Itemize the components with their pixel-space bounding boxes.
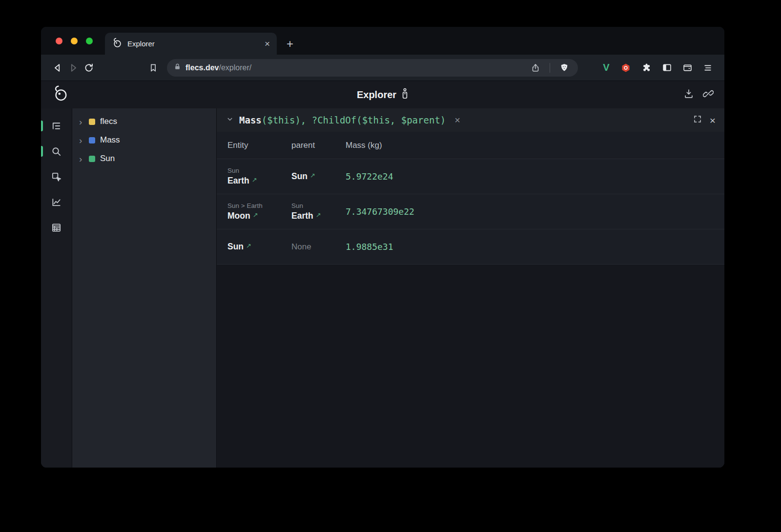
tree-item-mass[interactable]: › Mass [72, 131, 216, 149]
tab-close-icon[interactable]: × [265, 39, 270, 48]
tree-item-sun[interactable]: › Sun [72, 149, 216, 168]
tab-explorer[interactable]: Explorer × [105, 33, 277, 55]
table-row: Sun Earth↗ Sun↗ 5.9722e24 [217, 159, 724, 194]
close-window-button[interactable] [56, 38, 62, 44]
active-indicator-tree [41, 121, 43, 131]
parent-link[interactable]: Sun [291, 171, 308, 181]
sidebar-toggle-icon[interactable] [659, 60, 675, 76]
vue-devtools-icon[interactable]: V [599, 62, 613, 73]
mass-value: 7.34767309e22 [346, 206, 724, 217]
entity-path: Sun > Earth [227, 202, 291, 209]
query-token: ?ChildOf [312, 115, 357, 125]
query-panel: Mass($this), ?ChildOf($this, $parent) × … [217, 108, 724, 468]
back-button[interactable] [50, 60, 65, 76]
remote-icon [401, 88, 409, 102]
link-icon[interactable] [703, 88, 714, 101]
table-header: Entity parent Mass (kg) [217, 132, 724, 159]
lock-icon [174, 63, 181, 72]
wallet-icon[interactable] [679, 60, 695, 76]
column-header-parent: parent [291, 141, 346, 150]
close-panel-icon[interactable]: × [710, 115, 716, 125]
app-title-area: Explorer [41, 88, 724, 102]
share-icon[interactable] [528, 60, 543, 76]
mass-value: 1.9885e31 [346, 242, 724, 252]
chevron-right-icon[interactable]: › [79, 117, 84, 126]
mass-value: 5.9722e24 [346, 171, 724, 182]
stats-panel-button[interactable] [46, 191, 67, 213]
browser-toolbar: flecs.dev/explorer/ V [41, 55, 724, 81]
new-tab-button[interactable]: + [287, 38, 293, 50]
external-link-icon[interactable]: ↗ [252, 176, 257, 184]
query-search-panel-button[interactable] [46, 141, 67, 162]
external-link-icon[interactable]: ↗ [310, 172, 315, 179]
parent-none-value: None [291, 242, 311, 251]
empty-results-area [217, 265, 724, 468]
extensions-puzzle-icon[interactable] [638, 60, 654, 76]
tree-item-flecs[interactable]: › flecs [72, 112, 216, 131]
query-token: ($this, $parent) [356, 115, 446, 125]
entity-tree-panel-button[interactable] [46, 115, 67, 137]
clear-query-icon[interactable]: × [454, 115, 460, 125]
header-actions [683, 88, 714, 101]
entity-cell: Sun↗ [227, 242, 291, 252]
table-row: Sun↗ None 1.9885e31 [217, 229, 724, 265]
download-icon[interactable] [683, 88, 694, 101]
window-controls [56, 38, 93, 44]
entity-color-swatch [89, 156, 95, 162]
entity-link[interactable]: Earth [227, 176, 249, 185]
memory-panel-button[interactable] [46, 217, 67, 238]
page-title: Explorer [357, 89, 396, 101]
external-link-icon[interactable]: ↗ [253, 211, 258, 219]
tab-title: Explorer [127, 40, 260, 48]
panel-icon-rail [41, 108, 72, 468]
flecs-favicon [112, 38, 123, 50]
bookmark-button[interactable] [145, 60, 161, 76]
parent-cell: Sun↗ [291, 171, 346, 182]
column-header-mass: Mass (kg) [346, 141, 724, 150]
parent-cell: Sun Earth↗ [291, 202, 346, 221]
column-header-entity: Entity [227, 141, 291, 150]
hexagon-extension-icon[interactable] [618, 60, 634, 76]
query-header-actions: × [693, 115, 716, 125]
entity-path: Sun [227, 167, 291, 174]
query-expression[interactable]: Mass($this), ?ChildOf($this, $parent) [239, 115, 446, 125]
entity-tree-panel: › flecs › Mass › Sun [72, 108, 217, 468]
query-token: Mass [239, 115, 262, 125]
minimize-window-button[interactable] [71, 38, 78, 44]
main-content: › flecs › Mass › Sun [41, 108, 724, 468]
external-link-icon[interactable]: ↗ [316, 211, 321, 219]
tree-item-label: Mass [100, 135, 120, 145]
reload-button[interactable] [81, 60, 97, 76]
entity-link[interactable]: Sun [227, 242, 244, 251]
entity-cell: Sun Earth↗ [227, 167, 291, 186]
table-row: Sun > Earth Moon↗ Sun Earth↗ 7.34767309e… [217, 194, 724, 229]
address-bar[interactable]: flecs.dev/explorer/ [167, 59, 578, 77]
entity-color-swatch [89, 137, 95, 143]
extension-icons: V [599, 60, 716, 76]
app-header: Explorer [41, 81, 724, 108]
tree-item-label: Sun [100, 154, 115, 164]
tab-strip: Explorer × + [41, 27, 724, 55]
chevron-down-icon[interactable] [226, 115, 234, 125]
parent-cell: None [291, 242, 346, 252]
url-text: flecs.dev/explorer/ [185, 63, 523, 72]
menu-icon[interactable] [700, 60, 716, 76]
external-link-icon[interactable]: ↗ [246, 242, 251, 249]
browser-window: Explorer × + [41, 27, 724, 468]
chevron-right-icon[interactable]: › [79, 136, 84, 145]
forward-button[interactable] [65, 60, 81, 76]
parent-link[interactable]: Earth [291, 211, 313, 221]
entity-color-swatch [89, 119, 95, 125]
brave-shield-icon[interactable] [556, 60, 572, 76]
divider [550, 63, 550, 73]
chevron-right-icon[interactable]: › [79, 154, 84, 164]
flecs-logo[interactable] [52, 85, 69, 104]
expand-icon[interactable] [693, 115, 702, 125]
inspector-panel-button[interactable] [46, 166, 67, 187]
tree-item-label: flecs [100, 117, 117, 126]
query-header: Mass($this), ?ChildOf($this, $parent) × … [217, 108, 724, 132]
entity-link[interactable]: Moon [227, 211, 250, 221]
zoom-window-button[interactable] [86, 38, 93, 44]
active-indicator-query [41, 146, 43, 157]
parent-path: Sun [291, 202, 346, 209]
